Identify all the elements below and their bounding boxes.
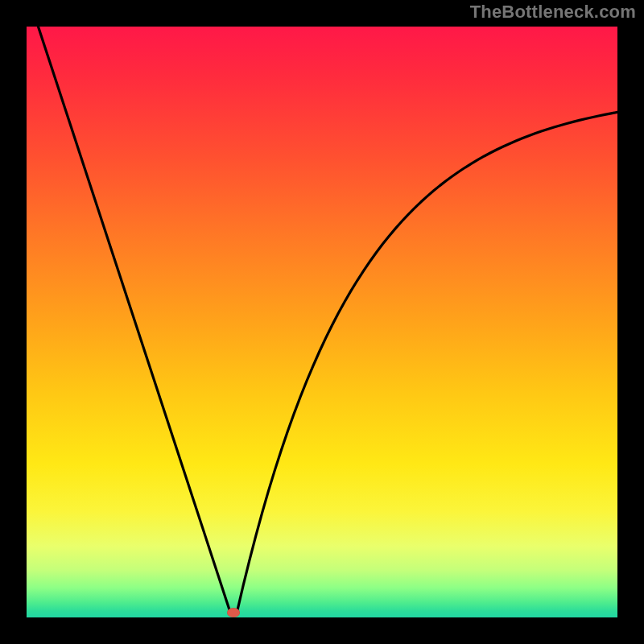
bottleneck-curve — [27, 27, 617, 617]
minimum-marker — [227, 608, 240, 617]
curve-path — [27, 27, 617, 613]
chart-frame: TheBottleneck.com — [0, 0, 644, 644]
plot-area — [27, 27, 617, 617]
watermark-text: TheBottleneck.com — [470, 2, 636, 23]
